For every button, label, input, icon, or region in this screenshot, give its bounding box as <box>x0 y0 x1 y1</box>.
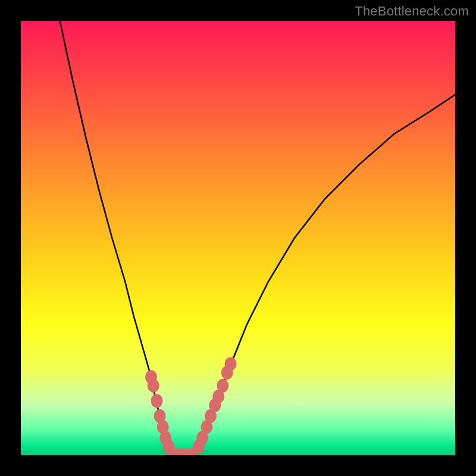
curve-layer <box>21 21 455 455</box>
bottleneck-curve <box>60 21 455 455</box>
data-marker <box>225 357 237 371</box>
data-marker <box>148 379 159 393</box>
chart-frame: TheBottleneck.com <box>0 0 476 476</box>
plot-area <box>21 21 455 455</box>
data-marker <box>217 379 228 393</box>
watermark-text: TheBottleneck.com <box>355 4 469 19</box>
data-marker <box>151 394 162 408</box>
